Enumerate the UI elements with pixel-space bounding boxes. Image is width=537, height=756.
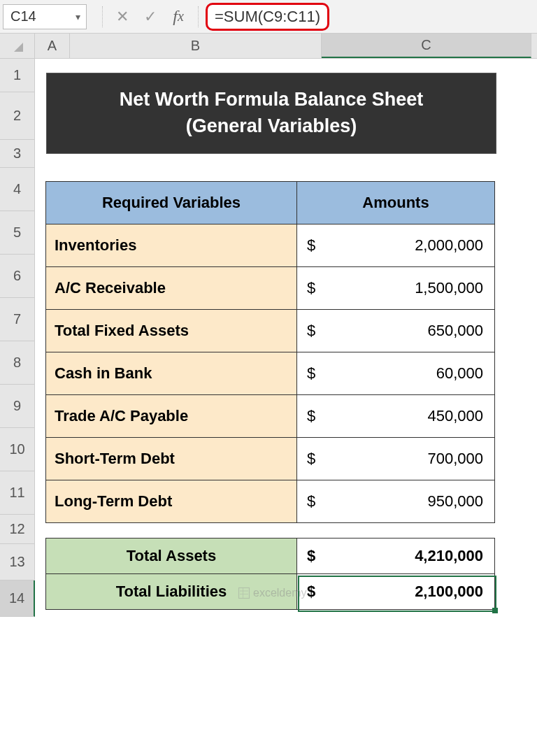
row-header-5[interactable]: 5	[0, 211, 35, 255]
row-amount[interactable]: $700,000	[296, 437, 495, 480]
table-header-row: Required Variables Amounts	[46, 182, 496, 224]
amount-value: 700,000	[325, 450, 494, 468]
currency-symbol: $	[297, 407, 325, 425]
row-amount[interactable]: $1,500,000	[296, 266, 495, 310]
confirm-icon[interactable]: ✓	[138, 4, 163, 29]
row-amount[interactable]: $450,000	[296, 394, 495, 438]
variables-table: Required Variables Amounts Inventories$2…	[46, 182, 496, 523]
row-header-9[interactable]: 9	[0, 385, 35, 428]
title-line-1: Net Worth Formula Balance Sheet	[120, 87, 424, 113]
currency-symbol: $	[297, 547, 325, 565]
table-row: Total Fixed Assets$650,000	[46, 310, 496, 352]
amount-value: 1,500,000	[325, 279, 494, 297]
row-header-14[interactable]: 14	[0, 580, 35, 617]
row-header-12[interactable]: 12	[0, 515, 35, 544]
summary-amount[interactable]: $4,210,000	[296, 538, 495, 574]
row-label[interactable]: Total Fixed Assets	[45, 309, 297, 352]
row-label[interactable]: Inventories	[45, 224, 297, 267]
summary-amount[interactable]: $2,100,000	[296, 573, 495, 610]
column-header-c[interactable]: C	[322, 34, 531, 58]
fx-icon[interactable]: fx	[166, 4, 191, 29]
amount-value: 2,100,000	[325, 583, 494, 601]
row-amount[interactable]: $2,000,000	[296, 224, 495, 267]
summary-label[interactable]: Total Assets	[45, 538, 297, 574]
table-row: A/C Receivable$1,500,000	[46, 267, 496, 310]
header-amounts: Amounts	[296, 181, 495, 224]
row-header-1[interactable]: 1	[0, 59, 35, 92]
row-header-4[interactable]: 4	[0, 168, 35, 211]
currency-symbol: $	[297, 583, 325, 601]
summary-row: Total Liabilities$2,100,000	[46, 574, 496, 610]
row-header-6[interactable]: 6	[0, 255, 35, 298]
amount-value: 2,000,000	[325, 236, 494, 255]
cancel-icon[interactable]: ✕	[110, 4, 135, 29]
table-row: Inventories$2,000,000	[46, 224, 496, 267]
name-box-value: C14	[3, 8, 69, 24]
summary-row: Total Assets$4,210,000	[46, 539, 496, 574]
formula-text: =SUM(C9:C11)	[215, 8, 320, 26]
currency-symbol: $	[297, 236, 325, 255]
select-all-triangle[interactable]	[0, 34, 35, 58]
column-header-a[interactable]: A	[35, 34, 70, 58]
amount-value: 4,210,000	[325, 547, 494, 565]
amount-value: 450,000	[325, 407, 494, 425]
currency-symbol: $	[297, 279, 325, 297]
currency-symbol: $	[297, 450, 325, 468]
row-headers: 1234567891011121314	[0, 59, 35, 617]
header-required-variables: Required Variables	[45, 181, 297, 224]
table-row: Cash in Bank$60,000	[46, 352, 496, 395]
row-header-13[interactable]: 13	[0, 544, 35, 580]
table-row: Short-Term Debt$700,000	[46, 438, 496, 480]
row-label[interactable]: Short-Term Debt	[45, 437, 297, 480]
row-amount[interactable]: $950,000	[296, 480, 495, 523]
row-header-10[interactable]: 10	[0, 428, 35, 471]
row-label[interactable]: Trade A/C Payable	[45, 394, 297, 438]
row-label[interactable]: A/C Receivable	[45, 266, 297, 310]
row-header-11[interactable]: 11	[0, 471, 35, 515]
row-amount[interactable]: $60,000	[296, 352, 495, 395]
amount-value: 650,000	[325, 322, 494, 340]
row-label[interactable]: Cash in Bank	[45, 352, 297, 395]
table-row: Long-Term Debt$950,000	[46, 480, 496, 523]
row-header-8[interactable]: 8	[0, 341, 35, 385]
row-header-3[interactable]: 3	[0, 140, 35, 168]
title-line-2: (General Variables)	[186, 113, 357, 140]
summary-table: Total Assets$4,210,000Total Liabilities$…	[46, 539, 496, 610]
currency-symbol: $	[297, 492, 325, 511]
currency-symbol: $	[297, 364, 325, 383]
row-amount[interactable]: $650,000	[296, 309, 495, 352]
name-box[interactable]: C14 ▾	[3, 4, 87, 29]
amount-value: 60,000	[325, 364, 494, 383]
summary-label[interactable]: Total Liabilities	[45, 573, 297, 610]
row-label[interactable]: Long-Term Debt	[45, 480, 297, 523]
amount-value: 950,000	[325, 492, 494, 511]
chevron-down-icon[interactable]: ▾	[69, 11, 86, 22]
grid: 1234567891011121314 Net Worth Formula Ba…	[0, 59, 537, 617]
cells-area[interactable]: Net Worth Formula Balance Sheet (General…	[35, 59, 537, 617]
column-header-b[interactable]: B	[70, 34, 322, 58]
currency-symbol: $	[297, 322, 325, 340]
row-header-7[interactable]: 7	[0, 298, 35, 341]
formula-input[interactable]: =SUM(C9:C11)	[206, 3, 329, 31]
formula-bar: C14 ▾ ✕ ✓ fx =SUM(C9:C11)	[0, 0, 537, 34]
column-headers: A B C	[0, 34, 537, 59]
table-row: Trade A/C Payable$450,000	[46, 395, 496, 438]
sheet-title: Net Worth Formula Balance Sheet (General…	[46, 73, 496, 154]
row-header-2[interactable]: 2	[0, 92, 35, 140]
